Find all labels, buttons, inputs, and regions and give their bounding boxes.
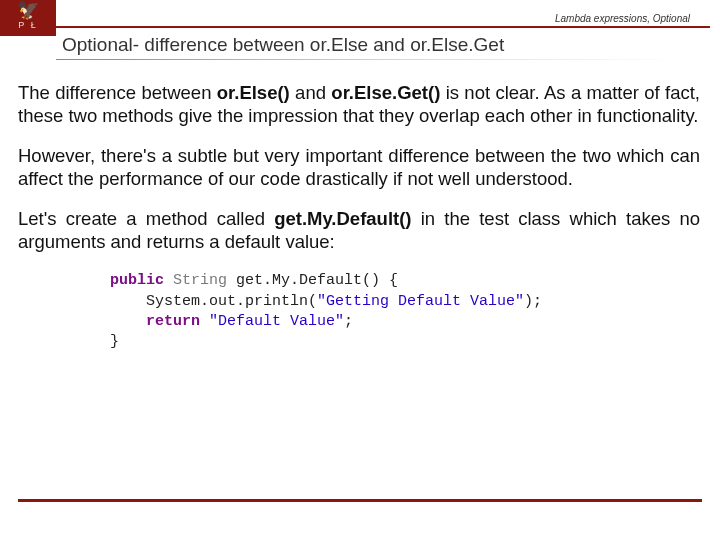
eagle-icon: 🦅 [0,1,56,19]
slide-title: Optional- difference between or.Else and… [56,28,720,56]
university-logo: 🦅 P Ł [0,0,56,36]
method-ref: get.My.Default() [274,208,411,229]
text: Let's create a method called [18,208,274,229]
brace: { [380,272,398,289]
paragraph-2: However, there's a subtle but very impor… [18,145,700,190]
code-sample: public String get.My.Default() { System.… [110,271,700,352]
text: and [290,82,332,103]
keyword-public: public [110,272,164,289]
method-ref: or.Else.Get() [331,82,440,103]
keyword-return: return [110,313,200,330]
type-string: String [173,272,227,289]
line-end: ; [344,313,353,330]
paragraph-1: The difference between or.Else() and or.… [18,82,700,127]
string-literal: "Getting Default Value" [317,293,524,310]
footer-rule [18,499,702,502]
line-end: ); [524,293,542,310]
method-name: get.My.Default() [236,272,380,289]
paragraph-3: Let's create a method called get.My.Defa… [18,208,700,253]
string-literal: "Default Value" [200,313,344,330]
method-ref: or.Else() [217,82,290,103]
slide-body: The difference between or.Else() and or.… [0,60,720,352]
logo-letters: P Ł [0,20,56,30]
brace: } [110,333,119,350]
text: The difference between [18,82,217,103]
breadcrumb: Lambda expressions, Optional [0,12,720,26]
println-call: System.out.println( [110,293,317,310]
